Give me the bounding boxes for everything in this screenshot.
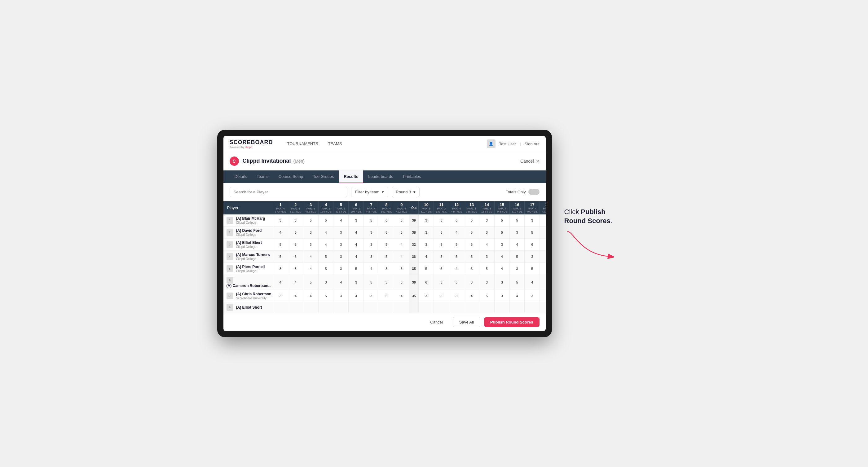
score-hole-12[interactable]	[449, 275, 464, 290]
score-input-hole-7[interactable]	[367, 294, 376, 298]
score-input-hole-13[interactable]	[467, 294, 476, 298]
score-hole-16[interactable]	[509, 214, 525, 226]
tab-printables[interactable]: Printables	[398, 170, 426, 183]
score-input-hole-18[interactable]	[543, 280, 546, 284]
score-hole-1[interactable]	[273, 214, 288, 226]
score-hole-4[interactable]	[318, 275, 334, 290]
score-hole-16[interactable]	[509, 290, 525, 302]
score-input-hole-13[interactable]	[467, 230, 476, 234]
score-hole-1[interactable]	[273, 250, 288, 262]
score-hole-14[interactable]	[479, 238, 494, 250]
score-hole-8[interactable]	[379, 226, 394, 238]
score-input-hole-17[interactable]	[528, 243, 536, 246]
score-hole-13[interactable]	[464, 226, 479, 238]
score-input-hole-8[interactable]	[382, 267, 391, 271]
score-input-hole-14[interactable]	[483, 267, 491, 271]
tab-leaderboards[interactable]: Leaderboards	[363, 170, 398, 183]
score-input-hole-1[interactable]	[276, 243, 285, 246]
score-hole-5[interactable]	[334, 275, 349, 290]
score-hole-9[interactable]	[394, 250, 409, 262]
score-hole-2[interactable]	[288, 262, 303, 275]
score-input-hole-14[interactable]	[483, 243, 491, 246]
score-input-hole-10[interactable]	[422, 294, 430, 298]
score-hole-3[interactable]	[303, 238, 318, 250]
score-input-hole-11[interactable]	[437, 267, 445, 271]
score-input-hole-18[interactable]	[543, 255, 546, 258]
score-hole-8[interactable]	[379, 238, 394, 250]
score-hole-13[interactable]	[464, 302, 479, 313]
score-hole-11[interactable]	[434, 290, 449, 302]
score-hole-6[interactable]	[349, 290, 364, 302]
score-input-hole-16[interactable]	[513, 255, 522, 258]
score-hole-3[interactable]	[303, 262, 318, 275]
score-input-hole-2[interactable]	[291, 243, 300, 246]
tab-tee-groups[interactable]: Tee Groups	[308, 170, 339, 183]
nav-tournaments[interactable]: TOURNAMENTS	[282, 136, 323, 152]
score-hole-10[interactable]	[418, 214, 434, 226]
score-hole-18[interactable]	[540, 275, 546, 290]
score-hole-2[interactable]	[288, 214, 303, 226]
score-hole-13[interactable]	[464, 290, 479, 302]
score-hole-11[interactable]	[434, 214, 449, 226]
score-input-hole-12[interactable]	[452, 267, 461, 271]
score-hole-10[interactable]	[418, 250, 434, 262]
score-input-hole-7[interactable]	[367, 255, 376, 258]
score-hole-18[interactable]	[540, 262, 546, 275]
score-input-hole-14[interactable]	[483, 255, 491, 258]
score-input-hole-12[interactable]	[452, 218, 461, 222]
score-hole-5[interactable]	[334, 214, 349, 226]
sign-out-link[interactable]: Sign out	[525, 142, 539, 146]
score-hole-5[interactable]	[334, 226, 349, 238]
score-hole-11[interactable]	[434, 302, 449, 313]
score-hole-2[interactable]	[288, 275, 303, 290]
score-hole-3[interactable]	[303, 302, 318, 313]
score-input-hole-1[interactable]	[276, 280, 285, 284]
score-hole-12[interactable]	[449, 262, 464, 275]
score-input-hole-4[interactable]	[322, 280, 330, 284]
score-input-hole-12[interactable]	[452, 230, 461, 234]
score-input-hole-9[interactable]	[397, 230, 406, 234]
score-input-hole-16[interactable]	[513, 267, 522, 271]
score-input-hole-4[interactable]	[322, 230, 330, 234]
score-input-hole-3[interactable]	[307, 280, 315, 284]
score-hole-13[interactable]	[464, 275, 479, 290]
score-hole-5[interactable]	[334, 262, 349, 275]
score-hole-12[interactable]	[449, 214, 464, 226]
score-input-hole-9[interactable]	[397, 280, 406, 284]
score-input-hole-3[interactable]	[307, 230, 315, 234]
score-hole-8[interactable]	[379, 302, 394, 313]
score-hole-14[interactable]	[479, 275, 494, 290]
score-hole-18[interactable]	[540, 238, 546, 250]
score-hole-11[interactable]	[434, 275, 449, 290]
score-input-hole-6[interactable]	[352, 218, 361, 222]
score-hole-17[interactable]	[525, 290, 540, 302]
score-hole-10[interactable]	[418, 302, 434, 313]
score-input-hole-15[interactable]	[498, 267, 506, 271]
score-hole-1[interactable]	[273, 290, 288, 302]
score-hole-2[interactable]	[288, 302, 303, 313]
score-input-hole-1[interactable]	[276, 267, 285, 271]
score-hole-6[interactable]	[349, 238, 364, 250]
score-input-hole-5[interactable]	[337, 243, 345, 246]
score-input-hole-15[interactable]	[498, 255, 506, 258]
score-input-hole-10[interactable]	[422, 255, 430, 258]
score-hole-6[interactable]	[349, 250, 364, 262]
score-hole-1[interactable]	[273, 275, 288, 290]
tab-teams[interactable]: Teams	[252, 170, 273, 183]
score-hole-15[interactable]	[494, 250, 509, 262]
score-hole-9[interactable]	[394, 290, 409, 302]
score-input-hole-13[interactable]	[467, 267, 476, 271]
score-hole-9[interactable]	[394, 262, 409, 275]
score-hole-18[interactable]	[540, 214, 546, 226]
score-hole-17[interactable]	[525, 302, 540, 313]
score-hole-3[interactable]	[303, 250, 318, 262]
score-input-hole-8[interactable]	[382, 255, 391, 258]
score-input-hole-2[interactable]	[291, 294, 300, 298]
score-hole-17[interactable]	[525, 275, 540, 290]
score-hole-11[interactable]	[434, 250, 449, 262]
score-input-hole-14[interactable]	[483, 294, 491, 298]
score-hole-15[interactable]	[494, 262, 509, 275]
score-hole-4[interactable]	[318, 302, 334, 313]
score-input-hole-8[interactable]	[382, 218, 391, 222]
tab-course-setup[interactable]: Course Setup	[274, 170, 308, 183]
